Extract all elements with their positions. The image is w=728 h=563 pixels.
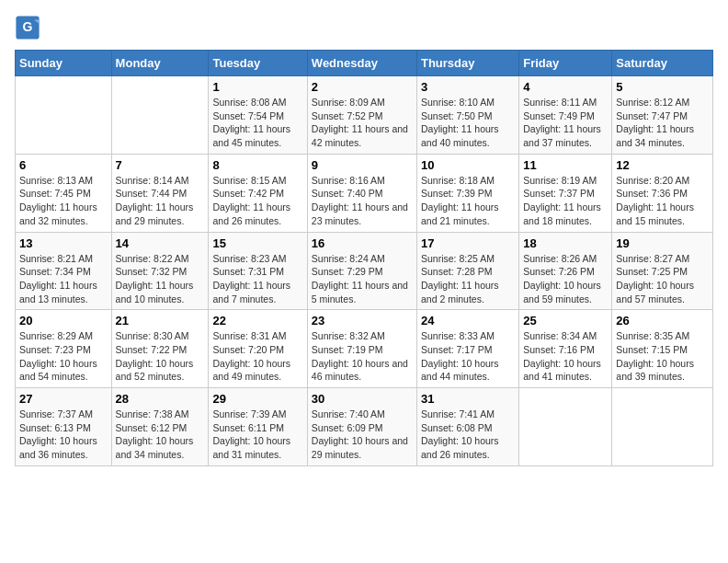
day-number: 16 xyxy=(312,236,413,250)
day-number: 9 xyxy=(312,158,413,172)
week-row-4: 20Sunrise: 8:29 AMSunset: 7:23 PMDayligh… xyxy=(16,310,713,388)
day-number: 12 xyxy=(616,158,709,172)
day-number: 30 xyxy=(312,392,413,406)
calendar-cell: 22Sunrise: 8:31 AMSunset: 7:20 PMDayligh… xyxy=(209,310,307,388)
calendar-cell: 30Sunrise: 7:40 AMSunset: 6:09 PMDayligh… xyxy=(307,388,416,466)
day-number: 11 xyxy=(523,158,608,172)
day-number: 19 xyxy=(616,236,709,250)
day-detail: Sunrise: 8:08 AMSunset: 7:54 PMDaylight:… xyxy=(212,96,302,150)
calendar-cell: 11Sunrise: 8:19 AMSunset: 7:37 PMDayligh… xyxy=(519,154,612,232)
day-number: 10 xyxy=(421,158,515,172)
day-detail: Sunrise: 8:30 AMSunset: 7:22 PMDaylight:… xyxy=(116,329,205,384)
day-detail: Sunrise: 7:41 AMSunset: 6:08 PMDaylight:… xyxy=(421,408,515,462)
calendar-cell: 23Sunrise: 8:32 AMSunset: 7:19 PMDayligh… xyxy=(307,310,416,388)
calendar-cell xyxy=(612,388,713,466)
day-detail: Sunrise: 8:16 AMSunset: 7:40 PMDaylight:… xyxy=(312,174,413,228)
calendar-cell: 26Sunrise: 8:35 AMSunset: 7:15 PMDayligh… xyxy=(612,310,713,388)
day-number: 20 xyxy=(19,314,108,327)
day-number: 8 xyxy=(212,158,302,172)
week-row-1: 1Sunrise: 8:08 AMSunset: 7:54 PMDaylight… xyxy=(16,76,713,155)
calendar-cell: 12Sunrise: 8:20 AMSunset: 7:36 PMDayligh… xyxy=(612,154,713,232)
calendar-cell: 5Sunrise: 8:12 AMSunset: 7:47 PMDaylight… xyxy=(612,76,713,155)
day-detail: Sunrise: 8:13 AMSunset: 7:45 PMDaylight:… xyxy=(19,174,108,228)
calendar-cell: 13Sunrise: 8:21 AMSunset: 7:34 PMDayligh… xyxy=(16,232,112,310)
calendar-cell: 9Sunrise: 8:16 AMSunset: 7:40 PMDaylight… xyxy=(307,154,416,232)
day-number: 15 xyxy=(212,236,302,250)
day-number: 3 xyxy=(421,80,515,94)
day-number: 28 xyxy=(116,392,205,406)
day-number: 31 xyxy=(421,392,515,406)
calendar-cell: 25Sunrise: 8:34 AMSunset: 7:16 PMDayligh… xyxy=(519,310,612,388)
day-detail: Sunrise: 8:35 AMSunset: 7:15 PMDaylight:… xyxy=(616,329,709,384)
calendar-cell: 16Sunrise: 8:24 AMSunset: 7:29 PMDayligh… xyxy=(307,232,416,310)
calendar-cell xyxy=(111,76,209,155)
calendar-cell xyxy=(16,76,112,155)
day-header-tuesday: Tuesday xyxy=(209,51,307,76)
day-detail: Sunrise: 8:14 AMSunset: 7:44 PMDaylight:… xyxy=(116,174,205,228)
day-header-thursday: Thursday xyxy=(416,51,518,76)
day-detail: Sunrise: 8:12 AMSunset: 7:47 PMDaylight:… xyxy=(616,96,709,150)
day-detail: Sunrise: 8:33 AMSunset: 7:17 PMDaylight:… xyxy=(421,329,515,384)
calendar-cell: 7Sunrise: 8:14 AMSunset: 7:44 PMDaylight… xyxy=(111,154,209,232)
calendar-cell: 29Sunrise: 7:39 AMSunset: 6:11 PMDayligh… xyxy=(209,388,307,466)
calendar-table: SundayMondayTuesdayWednesdayThursdayFrid… xyxy=(15,50,713,466)
calendar-cell: 20Sunrise: 8:29 AMSunset: 7:23 PMDayligh… xyxy=(16,310,112,388)
day-detail: Sunrise: 7:39 AMSunset: 6:11 PMDaylight:… xyxy=(212,408,302,462)
day-number: 7 xyxy=(116,158,205,172)
day-number: 21 xyxy=(116,314,205,327)
day-detail: Sunrise: 8:09 AMSunset: 7:52 PMDaylight:… xyxy=(312,96,413,150)
day-number: 27 xyxy=(19,392,108,406)
day-number: 2 xyxy=(312,80,413,94)
calendar-cell: 17Sunrise: 8:25 AMSunset: 7:28 PMDayligh… xyxy=(416,232,518,310)
day-number: 18 xyxy=(523,236,608,250)
day-detail: Sunrise: 8:15 AMSunset: 7:42 PMDaylight:… xyxy=(212,174,302,228)
week-row-3: 13Sunrise: 8:21 AMSunset: 7:34 PMDayligh… xyxy=(16,232,713,310)
calendar-cell: 2Sunrise: 8:09 AMSunset: 7:52 PMDaylight… xyxy=(307,76,416,155)
day-number: 17 xyxy=(421,236,515,250)
calendar-cell: 6Sunrise: 8:13 AMSunset: 7:45 PMDaylight… xyxy=(16,154,112,232)
calendar-cell: 19Sunrise: 8:27 AMSunset: 7:25 PMDayligh… xyxy=(612,232,713,310)
day-header-sunday: Sunday xyxy=(16,51,112,76)
day-number: 4 xyxy=(523,80,608,94)
logo: G xyxy=(15,15,44,40)
day-number: 6 xyxy=(19,158,108,172)
day-detail: Sunrise: 7:40 AMSunset: 6:09 PMDaylight:… xyxy=(312,408,413,462)
calendar-cell: 10Sunrise: 8:18 AMSunset: 7:39 PMDayligh… xyxy=(416,154,518,232)
day-detail: Sunrise: 8:18 AMSunset: 7:39 PMDaylight:… xyxy=(421,174,515,228)
svg-text:G: G xyxy=(23,19,33,34)
day-number: 23 xyxy=(312,314,413,327)
page-header: G xyxy=(15,15,713,40)
calendar-cell: 27Sunrise: 7:37 AMSunset: 6:13 PMDayligh… xyxy=(16,388,112,466)
day-header-wednesday: Wednesday xyxy=(307,51,416,76)
day-number: 13 xyxy=(19,236,108,250)
day-detail: Sunrise: 8:11 AMSunset: 7:49 PMDaylight:… xyxy=(523,96,608,150)
day-detail: Sunrise: 8:26 AMSunset: 7:26 PMDaylight:… xyxy=(523,252,608,306)
day-number: 26 xyxy=(616,314,709,327)
calendar-cell: 31Sunrise: 7:41 AMSunset: 6:08 PMDayligh… xyxy=(416,388,518,466)
day-detail: Sunrise: 7:38 AMSunset: 6:12 PMDaylight:… xyxy=(116,408,205,462)
day-detail: Sunrise: 8:22 AMSunset: 7:32 PMDaylight:… xyxy=(116,252,205,306)
calendar-cell: 14Sunrise: 8:22 AMSunset: 7:32 PMDayligh… xyxy=(111,232,209,310)
day-detail: Sunrise: 8:10 AMSunset: 7:50 PMDaylight:… xyxy=(421,96,515,150)
day-number: 22 xyxy=(212,314,302,327)
day-number: 5 xyxy=(616,80,709,94)
calendar-cell: 24Sunrise: 8:33 AMSunset: 7:17 PMDayligh… xyxy=(416,310,518,388)
day-detail: Sunrise: 8:34 AMSunset: 7:16 PMDaylight:… xyxy=(523,329,608,384)
day-header-monday: Monday xyxy=(111,51,209,76)
day-detail: Sunrise: 8:25 AMSunset: 7:28 PMDaylight:… xyxy=(421,252,515,306)
day-detail: Sunrise: 8:31 AMSunset: 7:20 PMDaylight:… xyxy=(212,329,302,384)
day-number: 29 xyxy=(212,392,302,406)
day-detail: Sunrise: 8:21 AMSunset: 7:34 PMDaylight:… xyxy=(19,252,108,306)
day-detail: Sunrise: 8:27 AMSunset: 7:25 PMDaylight:… xyxy=(616,252,709,306)
day-detail: Sunrise: 7:37 AMSunset: 6:13 PMDaylight:… xyxy=(19,408,108,462)
day-number: 1 xyxy=(212,80,302,94)
calendar-cell: 3Sunrise: 8:10 AMSunset: 7:50 PMDaylight… xyxy=(416,76,518,155)
day-number: 25 xyxy=(523,314,608,327)
day-number: 24 xyxy=(421,314,515,327)
calendar-cell: 1Sunrise: 8:08 AMSunset: 7:54 PMDaylight… xyxy=(209,76,307,155)
logo-icon: G xyxy=(15,15,40,40)
day-number: 14 xyxy=(116,236,205,250)
week-row-2: 6Sunrise: 8:13 AMSunset: 7:45 PMDaylight… xyxy=(16,154,713,232)
day-detail: Sunrise: 8:20 AMSunset: 7:36 PMDaylight:… xyxy=(616,174,709,228)
day-detail: Sunrise: 8:19 AMSunset: 7:37 PMDaylight:… xyxy=(523,174,608,228)
